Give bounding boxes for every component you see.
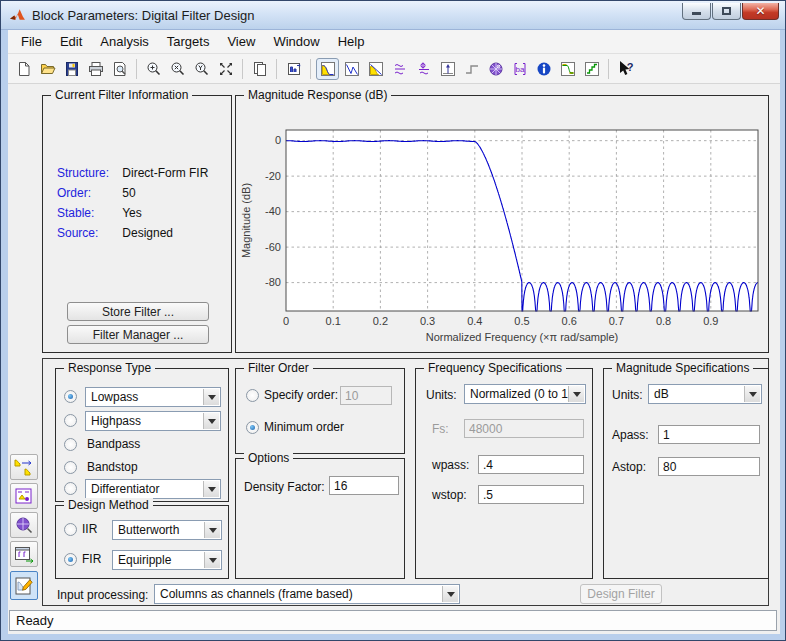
svg-text:-80: -80 — [265, 276, 281, 288]
bandpass-radio[interactable] — [64, 438, 77, 451]
chevron-down-icon — [568, 386, 584, 402]
wstop-input[interactable] — [478, 485, 584, 504]
sidebar-multirate-filter-button[interactable] — [10, 483, 38, 509]
step-response-icon[interactable] — [460, 58, 483, 80]
titlebar[interactable]: Block Parameters: Digital Filter Design … — [1, 1, 785, 30]
impulse-response-icon[interactable] — [436, 58, 459, 80]
highpass-combo[interactable]: Highpass — [85, 411, 221, 431]
source-label: Source: — [57, 226, 119, 240]
close-button[interactable]: ✕ — [742, 3, 779, 20]
menu-edit[interactable]: Edit — [51, 31, 91, 52]
svg-text:0.3: 0.3 — [420, 315, 435, 327]
svg-text:Magnitude (dB): Magnitude (dB) — [240, 183, 252, 258]
apass-input[interactable] — [658, 425, 760, 444]
panel-title: Current Filter Information — [51, 88, 192, 102]
magnitude-spec-mask-icon[interactable] — [556, 58, 579, 80]
freq-units-combo[interactable]: Normalized (0 to 1) — [464, 384, 586, 404]
filter-information-icon[interactable] — [532, 58, 555, 80]
magnitude-response-icon[interactable] — [316, 58, 339, 80]
menu-view[interactable]: View — [218, 31, 264, 52]
matlab-icon — [9, 7, 26, 24]
magnitude-phase-icon[interactable] — [364, 58, 387, 80]
svg-text:-40: -40 — [265, 205, 281, 217]
filter-coefficients-icon[interactable]: ba — [508, 58, 531, 80]
menu-analysis[interactable]: Analysis — [91, 31, 157, 52]
full-view-icon[interactable] — [214, 58, 237, 80]
highpass-radio[interactable] — [64, 414, 77, 427]
sidebar-import-filter-button[interactable] — [10, 541, 38, 567]
new-file-icon[interactable] — [12, 58, 35, 80]
filter-block-icon[interactable] — [282, 58, 305, 80]
chevron-down-icon — [203, 389, 219, 405]
svg-text:ba: ba — [515, 65, 524, 74]
open-icon[interactable] — [36, 58, 59, 80]
sidebar-pole-zero-editor-button[interactable] — [10, 512, 38, 538]
info-row-stable: Stable: Yes — [57, 206, 142, 220]
fir-method-combo[interactable]: Equiripple — [112, 550, 222, 570]
phase-delay-icon[interactable] — [412, 58, 435, 80]
panel-title: Filter Order — [244, 361, 313, 375]
menu-window[interactable]: Window — [264, 31, 328, 52]
print-icon[interactable] — [84, 58, 107, 80]
minimize-button[interactable] — [682, 3, 711, 20]
astop-input[interactable] — [658, 457, 760, 476]
status-text: Ready — [9, 610, 777, 631]
frequency-specs-panel: Frequency Specifications Units: Normaliz… — [415, 368, 593, 579]
wpass-input[interactable] — [478, 455, 584, 474]
bandstop-radio[interactable] — [64, 461, 77, 474]
sidebar-design-filter-button[interactable] — [10, 571, 38, 600]
svg-text:0.2: 0.2 — [373, 315, 388, 327]
store-filter-button[interactable]: Store Filter ... — [67, 302, 209, 321]
density-factor-input[interactable] — [329, 476, 399, 495]
specify-order-radio[interactable] — [246, 389, 259, 402]
pole-zero-plot-icon[interactable] — [484, 58, 507, 80]
zoom-in-icon[interactable] — [142, 58, 165, 80]
group-delay-icon[interactable] — [388, 58, 411, 80]
context-help-icon[interactable]: ? — [614, 58, 637, 80]
svg-text:0.1: 0.1 — [326, 315, 341, 327]
toolbar-separator — [608, 59, 609, 79]
menubar: File Edit Analysis Targets View Window H… — [8, 30, 780, 54]
panel-title: Options — [244, 451, 293, 465]
input-processing-combo[interactable]: Columns as channels (frame based) — [154, 584, 460, 604]
statusbar: Ready — [8, 608, 780, 634]
lowpass-combo[interactable]: Lowpass — [85, 387, 221, 407]
mag-units-combo[interactable]: dB — [648, 384, 762, 404]
maximize-icon — [722, 7, 731, 15]
print-preview-icon[interactable] — [108, 58, 131, 80]
source-value: Designed — [122, 226, 173, 240]
menu-targets[interactable]: Targets — [158, 31, 219, 52]
zoom-y-icon[interactable] — [190, 58, 213, 80]
zoom-x-icon[interactable] — [166, 58, 189, 80]
info-row-source: Source: Designed — [57, 226, 173, 240]
filter-manager-button[interactable]: Filter Manager ... — [67, 325, 209, 344]
apass-label: Apass: — [612, 428, 649, 442]
mag-units-label: Units: — [612, 388, 643, 402]
lowpass-radio[interactable] — [64, 390, 77, 403]
panel-title: Response Type — [64, 361, 155, 375]
magnitude-response-plot[interactable]: 00.10.20.30.40.50.60.70.80.90-20-40-60-8… — [236, 96, 768, 352]
iir-radio[interactable] — [64, 523, 77, 536]
fir-radio[interactable] — [64, 553, 77, 566]
iir-method-combo[interactable]: Butterworth — [112, 520, 222, 540]
differentiator-combo[interactable]: Differentiator — [85, 479, 221, 499]
fir-combo-value: Equiripple — [118, 553, 171, 567]
mag-units-value: dB — [654, 387, 669, 401]
fir-label: FIR — [82, 552, 101, 566]
quantization-staircase-icon[interactable] — [580, 58, 603, 80]
differentiator-radio[interactable] — [64, 482, 77, 495]
sidebar-transform-filter-button[interactable] — [10, 454, 38, 480]
client-area: File Edit Analysis Targets View Window H… — [8, 30, 780, 634]
differentiator-combo-value: Differentiator — [91, 482, 159, 496]
save-icon[interactable] — [60, 58, 83, 80]
menu-help[interactable]: Help — [329, 31, 374, 52]
pole-zero-editor-icon — [13, 515, 35, 535]
bandstop-label: Bandstop — [87, 460, 138, 474]
copy-icon[interactable] — [248, 58, 271, 80]
maximize-button[interactable] — [712, 3, 741, 20]
lowpass-combo-value: Lowpass — [91, 390, 138, 404]
phase-response-icon[interactable] — [340, 58, 363, 80]
minimum-order-radio[interactable] — [246, 421, 259, 434]
input-processing-value: Columns as channels (frame based) — [160, 587, 353, 601]
menu-file[interactable]: File — [12, 31, 51, 52]
